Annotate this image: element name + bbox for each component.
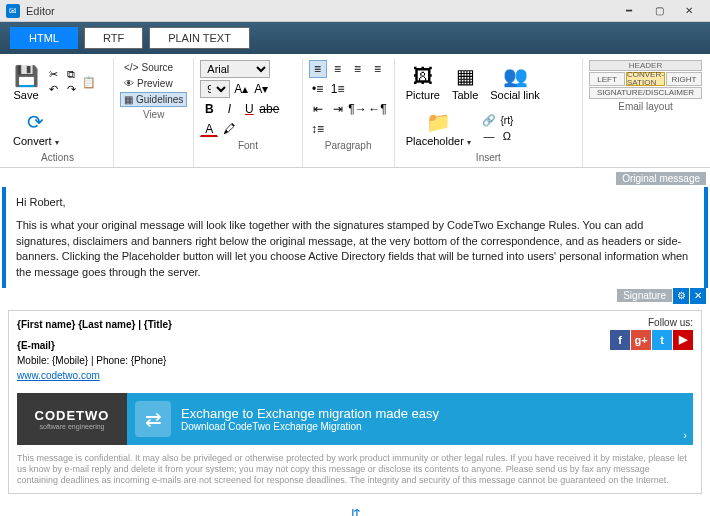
preview-button[interactable]: 👁Preview bbox=[120, 76, 187, 91]
ltr-button[interactable]: ¶→ bbox=[349, 100, 367, 118]
table-icon: ▦ bbox=[452, 63, 478, 89]
content-area[interactable]: Original message Hi Robert, This is what… bbox=[0, 168, 710, 516]
follow-label: Follow us: bbox=[610, 317, 693, 328]
ribbon-group-paragraph: ≡ ≡ ≡ ≡ •≡ 1≡ ⇤ ⇥ ¶→ ←¶ ↕≡ Paragraph bbox=[303, 58, 395, 167]
underline-button[interactable]: U bbox=[240, 100, 258, 118]
picture-button[interactable]: 🖼Picture bbox=[401, 60, 445, 104]
original-body: This is what your original message will … bbox=[16, 218, 694, 280]
banner-logo: CODETWO software engineering bbox=[17, 393, 127, 445]
ribbon-group-view: </>Source 👁Preview ▦Guidelines View bbox=[114, 58, 194, 167]
original-message-tag: Original message bbox=[616, 172, 706, 185]
convert-icon: ⟳ bbox=[23, 109, 49, 135]
save-button[interactable]: 💾 Save bbox=[8, 60, 44, 104]
format-tab-bar: HTML RTF PLAIN TEXT bbox=[0, 22, 710, 54]
font-family-select[interactable]: Arial bbox=[200, 60, 270, 78]
actions-group-label: Actions bbox=[41, 150, 74, 165]
align-left-button[interactable]: ≡ bbox=[309, 60, 327, 78]
preview-icon: 👁 bbox=[124, 78, 134, 89]
ribbon: 💾 Save ✂ ↶ ⧉ ↷ 📋 ⟳ Convert ▾ Actions </>… bbox=[0, 54, 710, 168]
line-spacing-button[interactable]: ↕≡ bbox=[309, 120, 327, 138]
layout-right-cell[interactable]: RIGHT bbox=[666, 72, 702, 86]
redo-icon[interactable]: ↷ bbox=[64, 83, 78, 97]
indent-button[interactable]: ⇥ bbox=[329, 100, 347, 118]
paste-icon[interactable]: 📋 bbox=[82, 75, 96, 89]
font-color-button[interactable]: A bbox=[200, 121, 218, 137]
ribbon-group-insert: 🖼Picture ▦Table 👥Social link 📁Placeholde… bbox=[395, 58, 583, 167]
align-right-button[interactable]: ≡ bbox=[349, 60, 367, 78]
insert-group-label: Insert bbox=[476, 150, 501, 165]
layout-conversation-cell[interactable]: CONVER-SATION bbox=[626, 72, 665, 86]
italic-button[interactable]: I bbox=[220, 100, 238, 118]
font-size-select[interactable]: 9 bbox=[200, 80, 230, 98]
tab-rtf[interactable]: RTF bbox=[84, 27, 143, 49]
minimize-button[interactable]: ━ bbox=[614, 0, 644, 22]
convert-button[interactable]: ⟳ Convert ▾ bbox=[8, 106, 64, 150]
undo-icon[interactable]: ↶ bbox=[46, 83, 60, 97]
app-icon: ✉ bbox=[6, 4, 20, 18]
original-message-block[interactable]: Hi Robert, This is what your original me… bbox=[2, 187, 708, 288]
layout-signature-cell[interactable]: SIGNATURE/DISCLAIMER bbox=[589, 87, 702, 99]
social-icon: 👥 bbox=[502, 63, 528, 89]
align-justify-button[interactable]: ≡ bbox=[369, 60, 387, 78]
sig-email-line: {E-mail} bbox=[17, 338, 610, 353]
social-link-button[interactable]: 👥Social link bbox=[485, 60, 545, 104]
source-icon: </> bbox=[124, 62, 138, 73]
copy-icon[interactable]: ⧉ bbox=[64, 68, 78, 82]
layout-group-label: Email layout bbox=[618, 99, 672, 114]
tab-plain-text[interactable]: PLAIN TEXT bbox=[149, 27, 250, 49]
symbol-icon[interactable]: Ω bbox=[500, 129, 514, 143]
save-icon: 💾 bbox=[13, 63, 39, 89]
titlebar: ✉ Editor ━ ▢ ✕ bbox=[0, 0, 710, 22]
signature-block[interactable]: {First name} {Last name} | {Title} {E-ma… bbox=[8, 310, 702, 494]
rt-field-icon[interactable]: {rt} bbox=[500, 114, 514, 128]
source-button[interactable]: </>Source bbox=[120, 60, 187, 75]
layout-left-cell[interactable]: LEFT bbox=[589, 72, 625, 86]
youtube-icon[interactable]: ▶ bbox=[673, 330, 693, 350]
align-center-button[interactable]: ≡ bbox=[329, 60, 347, 78]
number-list-button[interactable]: 1≡ bbox=[329, 80, 347, 98]
sig-name-line: {First name} {Last name} | {Title} bbox=[17, 317, 610, 332]
ribbon-group-actions: 💾 Save ✂ ↶ ⧉ ↷ 📋 ⟳ Convert ▾ Actions bbox=[2, 58, 114, 167]
banner-title: Exchange to Exchange migration made easy bbox=[181, 406, 439, 421]
close-button[interactable]: ✕ bbox=[674, 0, 704, 22]
guidelines-icon: ▦ bbox=[124, 94, 133, 105]
chevron-right-icon: › bbox=[683, 429, 687, 441]
original-message-header: Original message bbox=[2, 172, 708, 185]
placeholder-label: Placeholder ▾ bbox=[406, 135, 471, 147]
sig-phone-line: Mobile: {Mobile} | Phone: {Phone} bbox=[17, 353, 610, 368]
banner-subtitle: Download CodeTwo Exchange Migration bbox=[181, 421, 439, 432]
rtl-button[interactable]: ←¶ bbox=[369, 100, 387, 118]
signature-header: Signature ⚙ ✕ bbox=[2, 288, 708, 304]
placeholder-button[interactable]: 📁Placeholder ▾ bbox=[401, 106, 476, 150]
hr-icon[interactable]: ― bbox=[482, 129, 496, 143]
link-icon[interactable]: 🔗 bbox=[482, 114, 496, 128]
twitter-icon[interactable]: t bbox=[652, 330, 672, 350]
googleplus-icon[interactable]: g+ bbox=[631, 330, 651, 350]
bullet-list-button[interactable]: •≡ bbox=[309, 80, 327, 98]
convert-label: Convert ▾ bbox=[13, 135, 59, 147]
placeholder-icon: 📁 bbox=[425, 109, 451, 135]
signature-close-button[interactable]: ✕ bbox=[690, 288, 706, 304]
sig-url[interactable]: www.codetwo.com bbox=[17, 368, 610, 383]
tab-html[interactable]: HTML bbox=[10, 27, 78, 49]
outdent-button[interactable]: ⇤ bbox=[309, 100, 327, 118]
font-grow-icon[interactable]: A▴ bbox=[232, 80, 250, 98]
cut-icon[interactable]: ✂ bbox=[46, 68, 60, 82]
highlight-button[interactable]: 🖍 bbox=[220, 120, 238, 138]
font-group-label: Font bbox=[238, 138, 258, 153]
guidelines-button[interactable]: ▦Guidelines bbox=[120, 92, 187, 107]
original-greeting: Hi Robert, bbox=[16, 195, 694, 210]
facebook-icon[interactable]: f bbox=[610, 330, 630, 350]
signature-settings-button[interactable]: ⚙ bbox=[673, 288, 689, 304]
ribbon-group-layout: HEADER LEFT CONVER-SATION RIGHT SIGNATUR… bbox=[583, 58, 708, 167]
thread-separator-icon: ⇵ bbox=[2, 498, 708, 516]
save-label: Save bbox=[13, 89, 38, 101]
table-button[interactable]: ▦Table bbox=[447, 60, 483, 104]
signature-tag: Signature bbox=[617, 289, 672, 302]
font-shrink-icon[interactable]: A▾ bbox=[252, 80, 270, 98]
migration-icon: ⇄ bbox=[135, 401, 171, 437]
bold-button[interactable]: B bbox=[200, 100, 218, 118]
strike-button[interactable]: abe bbox=[260, 100, 278, 118]
maximize-button[interactable]: ▢ bbox=[644, 0, 674, 22]
promo-banner[interactable]: CODETWO software engineering ⇄ Exchange … bbox=[17, 393, 693, 445]
